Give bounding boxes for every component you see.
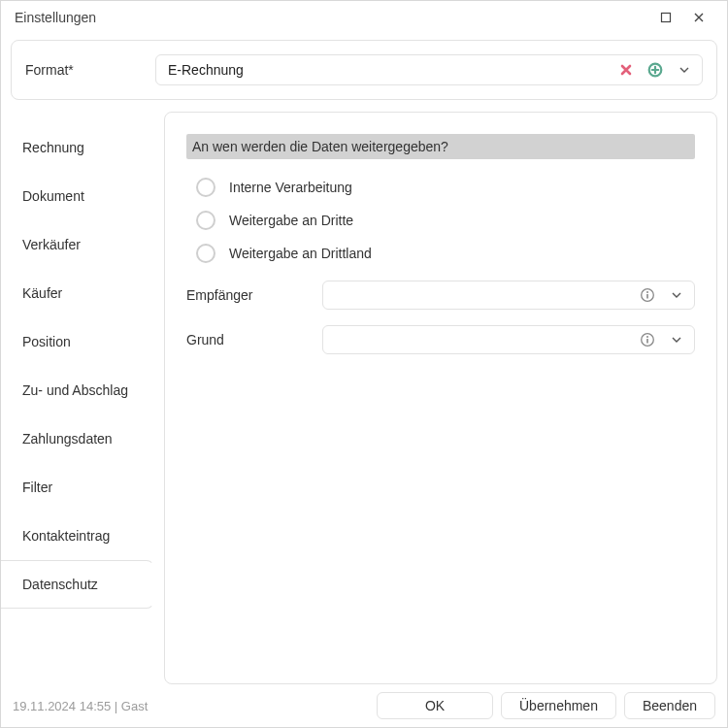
format-dropdown-button[interactable]	[673, 58, 696, 82]
close-icon	[693, 12, 705, 23]
radio-label: Weitergabe an Drittland	[229, 246, 372, 261]
tab-kontakteintrag[interactable]: Kontakteintrag	[1, 512, 154, 560]
radio-label: Weitergabe an Dritte	[229, 213, 353, 228]
chevron-down-icon	[671, 334, 682, 346]
tab-filter[interactable]: Filter	[1, 463, 154, 512]
info-button[interactable]	[636, 328, 659, 351]
svg-rect-7	[646, 339, 648, 344]
format-bar: Format* E-Rechnung	[11, 40, 717, 100]
grund-select[interactable]	[322, 325, 695, 354]
x-icon	[619, 63, 633, 77]
tab-label: Dokument	[22, 188, 84, 204]
radio-icon	[196, 178, 215, 197]
plus-circle-icon	[647, 62, 663, 78]
chevron-down-icon	[678, 64, 690, 76]
settings-panel: An wen werden die Daten weitergegeben? I…	[164, 112, 717, 684]
dropdown-button[interactable]	[665, 328, 688, 351]
svg-rect-4	[646, 294, 648, 299]
tab-label: Position	[22, 334, 71, 349]
status-text: 19.11.2024 14:55 | Gast	[13, 699, 369, 713]
info-icon	[640, 287, 655, 303]
apply-button[interactable]: Übernehmen	[501, 692, 616, 719]
field-label: Empfänger	[186, 287, 322, 303]
format-value: E-Rechnung	[168, 62, 609, 78]
field-empfaenger: Empfänger	[186, 276, 695, 314]
radio-weitergabe-drittland[interactable]: Weitergabe an Drittland	[186, 237, 695, 270]
svg-point-6	[646, 336, 648, 338]
field-label: Grund	[186, 332, 322, 347]
format-clear-button[interactable]	[614, 58, 638, 82]
tab-list: Rechnung Dokument Verkäufer Käufer Posit…	[1, 112, 154, 684]
close-button[interactable]	[682, 3, 715, 32]
tab-rechnung[interactable]: Rechnung	[1, 123, 154, 172]
tab-label: Käufer	[22, 285, 62, 301]
tab-label: Zahlungsdaten	[22, 431, 113, 447]
tab-label: Zu- und Abschlag	[22, 382, 128, 398]
tab-kaeufer[interactable]: Käufer	[1, 269, 154, 317]
section-title: An wen werden die Daten weitergegeben?	[186, 134, 695, 159]
radio-weitergabe-dritte[interactable]: Weitergabe an Dritte	[186, 204, 695, 237]
svg-rect-0	[662, 14, 671, 22]
format-select[interactable]: E-Rechnung	[155, 54, 703, 85]
radio-label: Interne Verarbeitung	[229, 180, 352, 195]
tab-label: Filter	[22, 480, 52, 495]
tab-zahlungsdaten[interactable]: Zahlungsdaten	[1, 414, 154, 463]
tab-dokument[interactable]: Dokument	[1, 172, 154, 220]
chevron-down-icon	[671, 289, 682, 301]
titlebar: Einstellungen	[1, 1, 727, 34]
footer: 19.11.2024 14:55 | Gast OK Übernehmen Be…	[1, 684, 727, 727]
tab-label: Kontakteintrag	[22, 528, 110, 544]
tab-label: Rechnung	[22, 140, 84, 155]
maximize-icon	[660, 12, 672, 23]
field-grund: Grund	[186, 320, 695, 359]
radio-icon	[196, 244, 215, 263]
window-title: Einstellungen	[15, 10, 649, 25]
content-area: Rechnung Dokument Verkäufer Käufer Posit…	[1, 100, 727, 684]
info-button[interactable]	[636, 283, 659, 307]
tab-verkaeufer[interactable]: Verkäufer	[1, 220, 154, 269]
tab-position[interactable]: Position	[1, 317, 154, 366]
tab-label: Datenschutz	[22, 577, 98, 592]
empfaenger-select[interactable]	[322, 281, 695, 310]
maximize-button[interactable]	[649, 3, 682, 32]
format-add-button[interactable]	[644, 58, 667, 82]
tab-zuschlag[interactable]: Zu- und Abschlag	[1, 366, 154, 414]
dropdown-button[interactable]	[665, 283, 688, 307]
tab-datenschutz[interactable]: Datenschutz	[1, 560, 154, 609]
ok-button[interactable]: OK	[377, 692, 493, 719]
radio-icon	[196, 211, 215, 230]
svg-point-3	[646, 291, 648, 293]
format-label: Format*	[25, 62, 140, 78]
radio-interne-verarbeitung[interactable]: Interne Verarbeitung	[186, 171, 695, 204]
info-icon	[640, 332, 655, 347]
close-button-footer[interactable]: Beenden	[624, 692, 715, 719]
tab-label: Verkäufer	[22, 237, 81, 252]
